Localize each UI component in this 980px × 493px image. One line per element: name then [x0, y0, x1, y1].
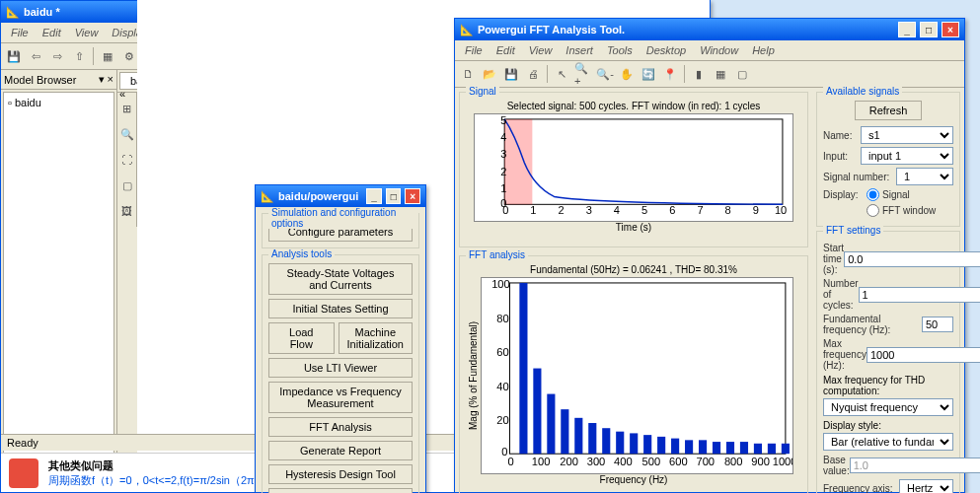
svg-text:900: 900 [751, 456, 770, 467]
tree-root[interactable]: baidu [15, 97, 41, 108]
minimize-button[interactable]: _ [366, 188, 382, 204]
menu-desktop[interactable]: Desktop [641, 42, 692, 58]
load-flow-button[interactable]: Load Flow [268, 322, 335, 354]
fft-analysis-button[interactable]: FFT Analysis [268, 417, 413, 437]
menu-view[interactable]: View [69, 25, 105, 40]
fft-ylabel: Mag (% of Fundamental) [466, 277, 481, 474]
sim-options-title: Simulation and configuration options [268, 207, 418, 229]
formula-link[interactable]: 周期函数f（t）=0，0<t<=2,f(t)=π/2sin（2πt/ [48, 473, 261, 488]
menu-file[interactable]: File [5, 25, 35, 40]
menu-help[interactable]: Help [746, 42, 781, 58]
rlc-params-button[interactable]: Compute RLC Line Parameters [268, 488, 413, 493]
impedance-button[interactable]: Impedance vs Frequency Measurement [268, 382, 413, 413]
fftwindow-radio-label: FFT window [882, 205, 936, 216]
lti-viewer-button[interactable]: Use LTI Viewer [268, 358, 413, 378]
cycles-input[interactable] [859, 287, 980, 303]
library-icon[interactable]: ▦ [98, 46, 117, 66]
input-select[interactable]: input 1 [861, 147, 953, 165]
svg-rect-3 [504, 119, 532, 204]
refresh-button[interactable]: Refresh [855, 101, 923, 120]
menu-file[interactable]: File [459, 42, 489, 58]
steady-state-button[interactable]: Steady-State Voltages and Currents [268, 263, 413, 295]
maxf-label: Max frequency (Hz): [823, 338, 867, 371]
new-icon[interactable]: 🗋 [458, 64, 478, 84]
config-icon[interactable]: ⚙ [119, 46, 139, 66]
browser-dropdown-icon[interactable]: ▾ × [99, 73, 113, 86]
maximize-button[interactable]: □ [386, 188, 402, 204]
svg-text:2: 2 [500, 166, 506, 177]
signal-plot[interactable]: 543210 012345678910 [474, 113, 793, 222]
axis-select[interactable]: Hertz [899, 479, 953, 493]
colorbar-icon[interactable]: ▮ [689, 64, 709, 84]
svg-text:20: 20 [496, 415, 508, 427]
machine-init-button[interactable]: Machine Initialization [339, 322, 413, 354]
svg-text:8: 8 [725, 204, 731, 216]
close-button[interactable]: × [942, 22, 959, 37]
analysis-tools-group: Analysis tools Steady-State Voltages and… [262, 254, 419, 493]
powergui-titlebar[interactable]: 📐 baidu/powergui _ □ × [256, 185, 425, 207]
fit-icon[interactable]: ⛶ [117, 150, 137, 170]
menu-window[interactable]: Window [694, 42, 744, 58]
fft-titlebar[interactable]: 📐 Powergui FFT Analysis Tool. _ □ × [455, 19, 964, 40]
zoom-icon[interactable]: 🔍 [117, 124, 137, 144]
thd-label: Max frequency for THD computation: [823, 375, 953, 396]
base-input [850, 458, 980, 473]
thd-select[interactable]: Nyquist frequency [823, 398, 953, 416]
svg-rect-56 [754, 444, 762, 454]
name-select[interactable]: s1 [861, 126, 953, 144]
generate-report-button[interactable]: Generate Report [268, 441, 413, 460]
maximize-button[interactable]: □ [920, 22, 938, 37]
open-icon[interactable]: 📂 [480, 64, 499, 84]
svg-rect-55 [740, 442, 748, 454]
back-icon[interactable]: ⇦ [26, 46, 45, 66]
style-select[interactable]: Bar (relative to fundamental) [823, 433, 953, 451]
status-text: Ready [7, 437, 38, 449]
fund-label: Fundamental frequency (Hz): [823, 314, 922, 335]
svg-text:3: 3 [500, 148, 506, 160]
svg-rect-46 [616, 432, 624, 455]
zoom-out-icon[interactable]: 🔍- [595, 64, 615, 84]
print-icon[interactable]: 🖨 [523, 64, 543, 84]
style-label: Display style: [823, 420, 953, 431]
signal-group: Signal Selected signal: 500 cycles. FFT … [459, 92, 808, 247]
maxf-input[interactable] [867, 347, 980, 363]
svg-text:500: 500 [642, 456, 661, 467]
fftwindow-radio[interactable] [867, 204, 879, 217]
pointer-icon[interactable]: ↖ [552, 64, 571, 84]
menu-view[interactable]: View [523, 42, 559, 58]
save-icon[interactable]: 💾 [501, 64, 521, 84]
save-icon[interactable]: 💾 [4, 46, 24, 66]
svg-text:1000: 1000 [773, 456, 792, 467]
fwd-icon[interactable]: ⇨ [47, 46, 67, 66]
sim-options-group: Simulation and configuration options Con… [262, 213, 419, 248]
close-button[interactable]: × [405, 188, 420, 204]
axes-icon[interactable]: ▢ [732, 64, 752, 84]
svg-text:1: 1 [500, 182, 506, 194]
start-input[interactable] [844, 251, 980, 267]
svg-rect-57 [768, 444, 776, 454]
image-icon[interactable]: 🖼 [117, 201, 137, 221]
menu-insert[interactable]: Insert [560, 42, 599, 58]
menu-tools[interactable]: Tools [601, 42, 639, 58]
menu-edit[interactable]: Edit [37, 25, 67, 40]
rotate-icon[interactable]: 🔄 [639, 64, 658, 84]
hysteresis-button[interactable]: Hysteresis Design Tool [268, 464, 413, 484]
minimize-button[interactable]: _ [898, 22, 916, 37]
fft-plot[interactable]: 100806040200 010020030040050060070080090… [481, 277, 793, 474]
fund-input[interactable] [922, 317, 953, 332]
datatip-icon[interactable]: 📍 [660, 64, 680, 84]
signal-radio[interactable] [867, 188, 879, 201]
up-icon[interactable]: ⇧ [69, 46, 89, 66]
pan-icon[interactable]: ✋ [617, 64, 637, 84]
svg-text:0: 0 [507, 456, 513, 467]
signum-select[interactable]: 1 [896, 168, 953, 185]
signum-label: Signal number: [823, 172, 896, 182]
model-icon: ▫ [8, 97, 12, 108]
annotate-icon[interactable]: ▢ [117, 176, 137, 195]
nav-icon[interactable]: ⊞ [117, 99, 137, 118]
zoom-in-icon[interactable]: 🔍+ [573, 64, 593, 84]
initial-states-button[interactable]: Initial States Setting [268, 299, 413, 318]
menu-edit[interactable]: Edit [490, 42, 521, 58]
model-tree[interactable]: ▫ baidu [3, 92, 114, 480]
legend-icon[interactable]: ▦ [711, 64, 730, 84]
